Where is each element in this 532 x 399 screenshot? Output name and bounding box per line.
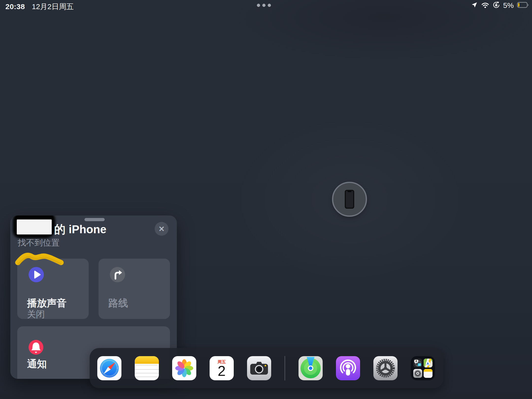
dock: 周五 2 — [90, 348, 443, 388]
location-arrow-icon — [471, 1, 478, 9]
device-marker[interactable] — [332, 182, 367, 217]
dock-item-calendar[interactable]: 周五 2 — [210, 356, 234, 380]
notifications-label: 通知 — [27, 359, 47, 369]
folder-app-translate: A 文 — [413, 359, 422, 367]
card-subtitle: 找不到位置 — [18, 237, 60, 249]
dock-separator — [284, 356, 285, 381]
dock-item-settings[interactable] — [373, 356, 398, 380]
status-bar: 20:38 12月2日周五 5% — [0, 0, 532, 11]
bell-icon — [29, 340, 43, 355]
dock-item-folder[interactable]: A 文 — [411, 356, 435, 380]
close-button[interactable]: ✕ — [155, 222, 168, 236]
dock-item-photos[interactable] — [172, 356, 196, 380]
folder-app-notes-mini — [424, 369, 432, 378]
status-time: 20:38 — [5, 2, 25, 11]
dock-item-camera[interactable] — [247, 356, 271, 380]
play-sound-label: 播放声音 — [27, 298, 66, 308]
battery-icon — [517, 2, 529, 9]
orientation-lock-icon — [493, 1, 500, 10]
folder-app-settings-mini — [413, 369, 422, 378]
directions-label: 路线 — [108, 298, 128, 308]
status-left: 20:38 12月2日周五 — [5, 2, 74, 12]
drag-handle[interactable] — [84, 218, 105, 221]
dock-item-safari[interactable] — [97, 356, 121, 380]
play-sound-state: 关闭 — [27, 310, 45, 319]
multitasking-dots[interactable] — [257, 4, 271, 7]
svg-text:2: 2 — [218, 363, 226, 379]
dock-item-find-my[interactable] — [299, 356, 323, 380]
redaction-box — [17, 219, 52, 234]
play-icon — [29, 267, 44, 282]
dock-item-podcasts[interactable] — [336, 356, 360, 380]
play-sound-tile[interactable]: 播放声音 关闭 — [17, 259, 89, 319]
svg-text:A: A — [415, 360, 417, 363]
wifi-icon — [481, 2, 489, 9]
dock-item-notes[interactable] — [135, 356, 159, 380]
battery-percent: 5% — [503, 1, 514, 10]
status-right: 5% — [471, 1, 529, 9]
action-tiles: 播放声音 关闭 路线 — [17, 259, 170, 319]
directions-tile[interactable]: 路线 — [99, 259, 170, 319]
status-date: 12月2日周五 — [32, 2, 74, 12]
phone-icon — [345, 190, 354, 209]
close-icon: ✕ — [158, 225, 165, 233]
folder-app-maps — [424, 359, 432, 367]
turn-right-arrow-icon — [110, 267, 125, 282]
card-title: 的 iPhone — [54, 222, 106, 237]
svg-text:文: 文 — [418, 364, 421, 366]
